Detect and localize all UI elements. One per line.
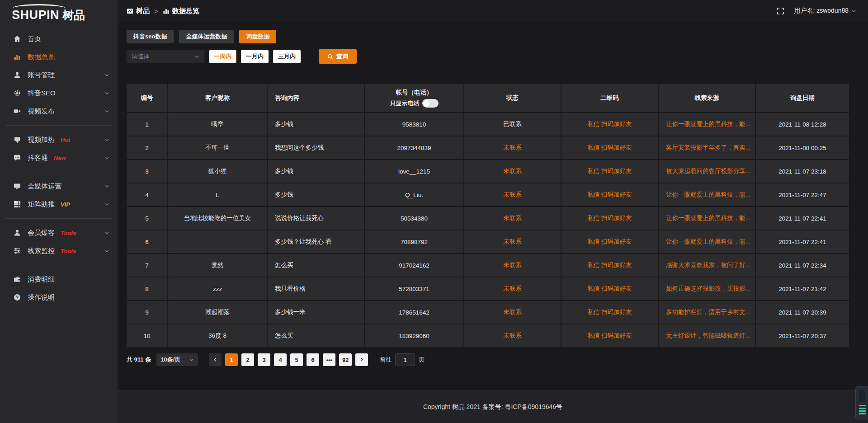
phone-only-toggle[interactable] xyxy=(422,99,439,108)
cell-qrcode: 私信 扫码加好友 xyxy=(561,277,658,300)
table-row: 7 觉然 怎么买 917024162 未联系 私信 扫码加好友 感谢大家喜欢我家… xyxy=(127,254,849,277)
account-select[interactable]: 请选择 xyxy=(127,50,204,63)
tab-omnimedia-data[interactable]: 全媒体运营数据 xyxy=(179,30,234,43)
cell-qrcode: 私信 扫码加好友 xyxy=(561,136,658,159)
cell-content: 我想问这个多少钱 xyxy=(267,136,364,159)
source-link[interactable]: 客厅安装投影半年多了，真实... xyxy=(666,144,750,152)
source-link[interactable]: 无主灯设计，智能磁吸轨道灯... xyxy=(666,332,750,340)
table-row: 6 多少钱？让我死心 看 70898792 未联系 私信 扫码加好友 让你一眼就… xyxy=(127,230,849,254)
cell-source: 让你一眼就爱上的黑科技，能... xyxy=(658,230,755,253)
sidebar-item-omnimedia[interactable]: 全媒体运营 xyxy=(0,177,118,195)
header-nickname: 客户昵称 xyxy=(167,84,267,112)
sidebar-item-label: 消费明细 xyxy=(28,275,55,284)
sidebar-item-member-baoke[interactable]: 会员爆客 Tools xyxy=(0,224,118,242)
source-link[interactable]: 多功能护栏灯，适用于乡村文... xyxy=(666,308,750,316)
cell-nickname xyxy=(167,230,267,253)
cell-content: 怎么买 xyxy=(267,324,364,347)
floating-widget[interactable] xyxy=(855,386,868,420)
cell-qrcode: 私信 扫码加好友 xyxy=(561,324,658,347)
qrcode-link[interactable]: 私信 扫码加好友 xyxy=(587,285,632,293)
source-link[interactable]: 感谢大家喜欢我家，被问了好... xyxy=(666,261,750,269)
page-button-1[interactable]: 1 xyxy=(225,353,238,366)
page-button-last[interactable]: 92 xyxy=(339,353,352,366)
cell-content: 多少钱 xyxy=(267,113,364,136)
chevron-down-icon xyxy=(104,249,109,254)
page-size-select[interactable]: 10条/页 xyxy=(156,353,198,366)
header-status: 状态 xyxy=(463,84,561,112)
sidebar-item-label: 视频加热 xyxy=(28,136,55,144)
source-link[interactable]: 让你一眼就爱上的黑科技，能... xyxy=(666,191,750,199)
source-link[interactable]: 被大家追着问的客厅投影分享... xyxy=(666,167,750,175)
range-week-button[interactable]: 一周内 xyxy=(209,50,236,63)
sidebar-item-label: 抖客通 xyxy=(28,154,48,162)
breadcrumb-root[interactable]: 树品 xyxy=(136,7,150,15)
sidebar-item-data-overview[interactable]: 数据总览 xyxy=(0,48,118,66)
qrcode-link[interactable]: 私信 扫码加好友 xyxy=(587,167,632,175)
qrcode-link[interactable]: 私信 扫码加好友 xyxy=(587,332,632,340)
range-month-button[interactable]: 一月内 xyxy=(241,50,269,63)
cell-nickname: zzz xyxy=(167,277,267,300)
page-button-2[interactable]: 2 xyxy=(241,353,254,366)
sidebar-item-account-management[interactable]: 账号管理 xyxy=(0,66,118,84)
status-badge: 未联系 xyxy=(463,183,561,206)
cell-account: Q_Liu. xyxy=(364,183,463,206)
cell-qrcode: 私信 扫码加好友 xyxy=(561,113,658,136)
sidebar-item-home[interactable]: 首页 xyxy=(0,30,118,48)
sidebar-item-douyin-seo[interactable]: 抖音SEO xyxy=(0,84,118,102)
next-page-button[interactable] xyxy=(355,353,368,366)
cell-nickname: 哦章 xyxy=(167,113,267,136)
range-quarter-button[interactable]: 三月内 xyxy=(273,50,301,63)
source-link[interactable]: 如何正确选择投影仪，买投影... xyxy=(666,285,750,293)
qrcode-link[interactable]: 私信 扫码加好友 xyxy=(587,191,632,199)
user-menu[interactable]: 用户名: zswodun88 xyxy=(794,7,856,15)
qrcode-link[interactable]: 私信 扫码加好友 xyxy=(587,120,632,128)
sidebar-item-label: 账号管理 xyxy=(28,71,55,80)
sidebar-item-lead-monitor[interactable]: 线索监控 Tools xyxy=(0,242,118,260)
qrcode-link[interactable]: 私信 扫码加好友 xyxy=(587,261,632,269)
sidebar-item-douketong[interactable]: 抖客通 New xyxy=(0,149,118,167)
fullscreen-icon[interactable] xyxy=(777,8,784,14)
goto-page-input[interactable] xyxy=(395,353,415,366)
cell-qrcode: 私信 扫码加好友 xyxy=(561,207,658,230)
table-row: 4 L 多少钱 Q_Liu. 未联系 私信 扫码加好友 让你一眼就爱上的黑科技，… xyxy=(127,183,849,207)
page-button-5[interactable]: 5 xyxy=(290,353,303,366)
sidebar-item-video-publish[interactable]: 视频发布 xyxy=(0,102,118,120)
table-row: 5 当地比较能吃的一位美女 说说价格让我死心 50534380 未联系 私信 扫… xyxy=(127,207,849,230)
cell-account: 2097344839 xyxy=(364,136,463,159)
cell-content: 多少钱一米 xyxy=(267,301,364,324)
page-ellipsis[interactable]: ••• xyxy=(323,353,335,366)
sidebar-item-label: 视频发布 xyxy=(28,107,55,116)
source-link[interactable]: 让你一眼就爱上的黑科技，能... xyxy=(666,120,750,128)
sidebar-item-consumption-details[interactable]: 消费明细 xyxy=(0,270,118,288)
sidebar-item-video-heat[interactable]: 视频加热 Hot xyxy=(0,131,118,149)
chevron-left-icon xyxy=(213,357,217,362)
search-button[interactable]: 查询 xyxy=(319,49,357,64)
prev-page-button[interactable] xyxy=(209,353,222,366)
cell-qrcode: 私信 扫码加好友 xyxy=(561,301,658,324)
page-button-4[interactable]: 4 xyxy=(274,353,287,366)
tab-inquiry-data[interactable]: 询盘数据 xyxy=(239,30,276,43)
qrcode-link[interactable]: 私信 扫码加好友 xyxy=(587,238,632,246)
app-logo[interactable]: SHUPIN 树品 xyxy=(0,0,118,25)
cell-source: 让你一眼就爱上的黑科技，能... xyxy=(658,113,755,136)
cell-content: 多少钱？让我死心 看 xyxy=(267,230,364,253)
table-header-row: 编号 客户昵称 咨询内容 帐号（电话） 只显示电话 状态 二维码 线索来源 询盘… xyxy=(127,84,849,113)
cell-id: 7 xyxy=(127,254,167,277)
source-link[interactable]: 让你一眼就爱上的黑科技，能... xyxy=(666,214,750,222)
sidebar-divider xyxy=(5,218,112,219)
header-source: 线索来源 xyxy=(658,84,755,112)
qrcode-link[interactable]: 私信 扫码加好友 xyxy=(587,214,632,222)
source-link[interactable]: 让你一眼就爱上的黑科技，能... xyxy=(666,238,750,246)
page-button-6[interactable]: 6 xyxy=(307,353,319,366)
qrcode-link[interactable]: 私信 扫码加好友 xyxy=(587,144,632,152)
page-button-3[interactable]: 3 xyxy=(258,353,270,366)
sidebar-item-matrix-boost[interactable]: 矩阵助推 VIP xyxy=(0,195,118,213)
sidebar-item-instructions[interactable]: 操作说明 xyxy=(0,288,118,306)
qrcode-link[interactable]: 私信 扫码加好友 xyxy=(587,308,632,316)
sidebar-item-label: 数据总览 xyxy=(28,53,55,61)
cell-source: 感谢大家喜欢我家，被问了好... xyxy=(658,254,755,277)
footer: Copyright 树品 2021 备案号: 粤ICP备09019646号 xyxy=(118,390,868,423)
tab-douyin-seo-data[interactable]: 抖音seo数据 xyxy=(127,30,174,43)
grid-icon xyxy=(14,201,21,208)
data-tabs: 抖音seo数据 全媒体运营数据 询盘数据 xyxy=(127,30,868,43)
